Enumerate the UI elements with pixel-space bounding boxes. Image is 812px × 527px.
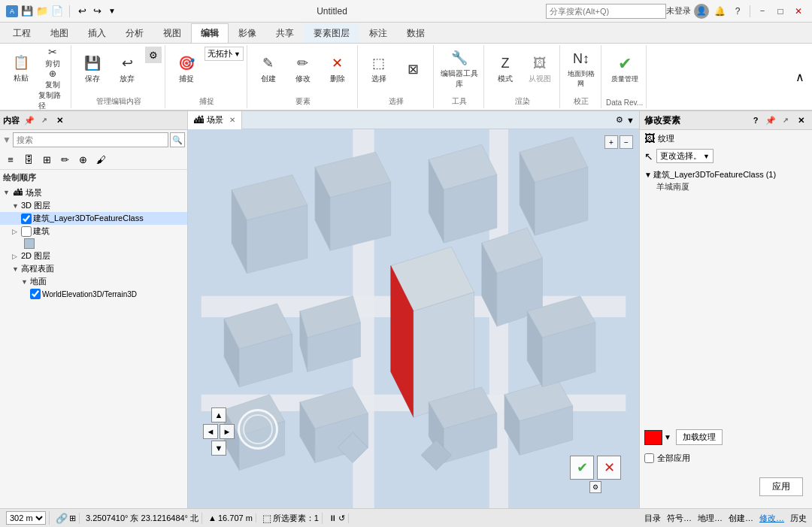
minimize-btn[interactable]: － [755, 4, 770, 19]
user-avatar[interactable]: 👤 [694, 4, 709, 19]
pin-icon[interactable]: 📌 [23, 114, 36, 127]
right-help-icon[interactable]: ? [749, 114, 762, 127]
ribbon-collapse-btn[interactable]: ∧ [791, 45, 809, 108]
cancel-action-btn[interactable]: ✕ [597, 456, 621, 480]
tree-item-2d-layers[interactable]: ▷ 2D 图层 [0, 250, 187, 262]
save-icon[interactable]: 💾 [21, 5, 33, 17]
pause-btn[interactable]: ⏸ [329, 513, 337, 522]
tab-analysis[interactable]: 分析 [116, 23, 153, 43]
apply-btn[interactable]: 应用 [759, 477, 803, 496]
content-search-input[interactable] [13, 132, 168, 147]
create-tab[interactable]: 创建… [726, 513, 756, 524]
scene-tab[interactable]: 🏙 场景 ✕ [188, 111, 242, 129]
geo-tab[interactable]: 地理… [695, 513, 725, 524]
history-tab[interactable]: 历史 [788, 513, 809, 524]
tab-share[interactable]: 共享 [266, 23, 304, 43]
catalog-tab[interactable]: 目录 [642, 513, 663, 524]
redo-icon[interactable]: ↪ [91, 5, 103, 17]
confirm-btn[interactable]: ✔ [570, 456, 594, 480]
tree-item-buildings-group[interactable]: ▷ 建筑 [0, 225, 187, 238]
symbol-tab[interactable]: 符号… [665, 513, 694, 524]
scale-select[interactable]: 302 m [6, 511, 46, 525]
tab-feature-layer[interactable]: 要素图层 [304, 23, 359, 43]
no-topology-btn[interactable]: 无拓扑 ▼ [205, 47, 244, 61]
right-close-icon[interactable]: ✕ [794, 114, 807, 127]
nav-up-btn[interactable]: ▲ [211, 407, 226, 423]
tree-item-scene[interactable]: ▼ 🏙 场景 [0, 186, 187, 199]
ground-to-grid-btn[interactable]: N↕ 地面到格网 [565, 47, 598, 92]
search-btn[interactable]: 🔍 [170, 132, 185, 147]
add-group-icon[interactable]: ⊕ [74, 151, 91, 168]
undo-icon[interactable]: ↩ [76, 5, 88, 17]
modify-tab[interactable]: 修改… [757, 513, 786, 524]
world-elevation-checkbox[interactable] [30, 289, 41, 299]
snap-btn[interactable]: 🎯 捕捉 [170, 47, 203, 92]
view-options-btn[interactable]: ⚙ [616, 115, 623, 125]
filter-layers-icon[interactable]: ⊞ [38, 151, 55, 168]
dropdown-icon[interactable]: ▼ [106, 5, 118, 17]
quality-mgmt-btn[interactable]: ✔ 质量管理 [608, 47, 641, 92]
pencil-icon[interactable]: ✏ [56, 151, 73, 168]
zoom-out-btn[interactable]: − [620, 135, 633, 149]
tab-insert[interactable]: 插入 [78, 23, 116, 43]
tab-annotation[interactable]: 标注 [359, 23, 397, 43]
apply-all-checkbox[interactable] [644, 453, 654, 463]
tab-map[interactable]: 地图 [41, 23, 78, 43]
paste-btn[interactable]: 📋 粘贴 [6, 47, 36, 90]
buildings-checkbox[interactable] [21, 226, 32, 237]
tree-item-world-elevation[interactable]: WorldElevation3D/Terrain3D [0, 288, 187, 300]
right-pin-icon[interactable]: 📌 [764, 114, 777, 127]
cut-btn[interactable]: ✂ 剪切 [38, 47, 68, 68]
tree-item-ground[interactable]: ▼ 地面 [0, 275, 187, 288]
nav-right-btn[interactable]: ► [220, 424, 235, 439]
map-grid-icon[interactable]: ⊞ [69, 513, 76, 523]
settings-mini-btn[interactable]: ⚙ [589, 481, 601, 493]
texture-color-swatch[interactable] [644, 430, 662, 445]
close-scene-tab[interactable]: ✕ [229, 116, 235, 124]
load-texture-btn[interactable]: 加载纹理 [676, 429, 723, 445]
new-icon[interactable]: 📄 [51, 5, 63, 17]
texture-dropdown-arrow[interactable]: ▼ [664, 433, 671, 441]
zoom-in-btn[interactable]: + [604, 135, 618, 149]
tree-item-building-layer[interactable]: 建筑_Layer3DToFeatureClass [0, 212, 187, 225]
notification-icon[interactable]: 🔔 [712, 4, 727, 19]
building-layer-checkbox[interactable] [21, 214, 32, 224]
tree-item-elevation[interactable]: ▼ 高程表面 [0, 262, 187, 275]
right-layer-item[interactable]: ▼ 建筑_Layer3DToFeatureClass (1) [644, 168, 807, 181]
tab-imagery[interactable]: 影像 [229, 23, 266, 43]
mode-btn[interactable]: Z 模式 [489, 47, 522, 92]
database-icon[interactable]: 🗄 [20, 151, 37, 168]
delete-btn[interactable]: ✕ 删除 [321, 47, 354, 92]
nav-down-btn[interactable]: ▼ [211, 441, 226, 456]
view-close-btn[interactable]: ▼ [626, 116, 635, 125]
rotation-circle[interactable] [238, 409, 278, 450]
list-view-icon[interactable]: ≡ [2, 151, 19, 168]
from-view-btn[interactable]: 🖼 从视图 [523, 47, 556, 92]
map-link-icon[interactable]: 🔗 [56, 513, 68, 524]
paint-icon[interactable]: 🖌 [92, 151, 109, 168]
modify-btn[interactable]: ✏ 修改 [286, 47, 320, 92]
help-icon[interactable]: ? [730, 4, 745, 19]
right-float-icon[interactable]: ↗ [779, 114, 792, 127]
close-btn[interactable]: ✕ [791, 4, 806, 19]
folder-icon[interactable]: 📁 [36, 5, 48, 17]
tab-project[interactable]: 工程 [3, 23, 41, 43]
tab-view[interactable]: 视图 [153, 23, 191, 43]
refresh-btn[interactable]: ↺ [338, 513, 345, 523]
close-panel-icon[interactable]: ✕ [53, 114, 66, 127]
copy-path-btn[interactable]: 复制路径 [38, 90, 68, 111]
nav-left-btn[interactable]: ◄ [203, 424, 218, 439]
float-icon[interactable]: ↗ [38, 114, 51, 127]
manage-extra-btn[interactable]: ⚙ [145, 47, 162, 63]
map-container[interactable]: + − ▲ ◄ ► ▼ [188, 129, 639, 508]
editor-tools-btn[interactable]: 🔧 编辑器工具库 [438, 47, 480, 92]
select-btn[interactable]: ⬚ 选择 [362, 47, 395, 92]
change-selection-btn[interactable]: 更改选择。 ▼ [656, 149, 714, 163]
copy-btn[interactable]: ⊕ 复制 [38, 68, 68, 89]
maximize-btn[interactable]: □ [773, 4, 788, 19]
save-edit-btn[interactable]: 💾 保存 [76, 47, 109, 92]
tree-item-3d-layers[interactable]: ▼ 3D 图层 [0, 199, 187, 212]
create-btn[interactable]: ✎ 创建 [252, 47, 285, 92]
select-extra-btn[interactable]: ⊠ [397, 47, 430, 92]
tab-data[interactable]: 数据 [397, 23, 435, 43]
